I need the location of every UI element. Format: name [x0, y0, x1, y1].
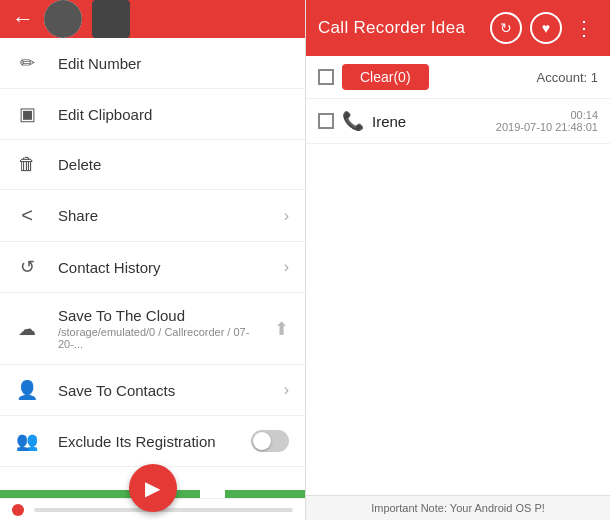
menu-item-edit-number[interactable]: ✏ Edit Number	[0, 38, 305, 89]
exclude-toggle[interactable]	[251, 430, 289, 452]
save-cloud-label-wrap: Save To The Cloud /storage/emulated/0 / …	[58, 307, 254, 350]
history-chevron-icon: ›	[284, 258, 289, 276]
heart-button[interactable]: ♥	[530, 12, 562, 44]
save-cloud-label: Save To The Cloud	[58, 307, 254, 324]
call-date: 2019-07-10 21:48:01	[496, 121, 598, 133]
play-button[interactable]: ▶	[129, 464, 177, 512]
record-indicator	[12, 504, 24, 516]
exclude-icon: 👥	[16, 430, 38, 452]
account-label: Account: 1	[537, 70, 598, 85]
cloud-upload-icon: ⬆	[274, 318, 289, 340]
delete-icon: 🗑	[16, 154, 38, 175]
menu-item-save-cloud[interactable]: ☁ Save To The Cloud /storage/emulated/0 …	[0, 293, 305, 365]
share-chevron-icon: ›	[284, 207, 289, 225]
call-duration: 00:14	[570, 109, 598, 121]
right-title: Call Recorder Idea	[318, 18, 482, 38]
back-button[interactable]: ←	[12, 6, 34, 32]
menu-item-save-contacts[interactable]: 👤 Save To Contacts ›	[0, 365, 305, 416]
phone-icon: 📞	[342, 110, 364, 132]
list-toolbar: Clear(0) Account: 1	[306, 56, 610, 99]
menu-item-delete[interactable]: 🗑 Delete	[0, 140, 305, 190]
share-label: Share	[58, 207, 264, 224]
edit-clipboard-label: Edit Clipboard	[58, 106, 289, 123]
select-all-checkbox[interactable]	[318, 69, 334, 85]
clear-button[interactable]: Clear(0)	[342, 64, 429, 90]
cloud-icon: ☁	[16, 318, 38, 340]
menu-item-contact-history[interactable]: ↺ Contact History ›	[0, 242, 305, 293]
overflow-menu-button[interactable]: ⋮	[570, 12, 598, 44]
right-header: Call Recorder Idea ↻ ♥ ⋮	[306, 0, 610, 56]
save-cloud-sub: /storage/emulated/0 / Callrecorder / 07-…	[58, 326, 254, 350]
exclude-label: Exclude Its Registration	[58, 433, 231, 450]
edit-number-label: Edit Number	[58, 55, 289, 72]
table-row[interactable]: 📞 Irene 00:14 2019-07-10 21:48:01	[306, 99, 610, 144]
contact-name: Irene	[372, 113, 488, 130]
menu-list: ✏ Edit Number ▣ Edit Clipboard 🗑 Delete …	[0, 38, 305, 467]
sync-icon: ↻	[500, 20, 512, 36]
footer-text: Important Note: Your Android OS P!	[371, 502, 545, 514]
contacts-icon: 👤	[16, 379, 38, 401]
playbar: ▶	[0, 498, 305, 520]
call-meta: 00:14 2019-07-10 21:48:01	[496, 109, 598, 133]
left-panel: ← ✏ Edit Number ▣ Edit Clipboard 🗑 Delet…	[0, 0, 305, 520]
toggle-knob	[253, 432, 271, 450]
left-header: ←	[0, 0, 305, 38]
share-icon: <	[16, 204, 38, 227]
heart-icon: ♥	[542, 20, 550, 36]
sync-button[interactable]: ↻	[490, 12, 522, 44]
contacts-list: Clear(0) Account: 1 📞 Irene 00:14 2019-0…	[306, 56, 610, 495]
edit-number-icon: ✏	[16, 52, 38, 74]
menu-item-share[interactable]: < Share ›	[0, 190, 305, 242]
item-checkbox[interactable]	[318, 113, 334, 129]
contacts-chevron-icon: ›	[284, 381, 289, 399]
contact-history-label: Contact History	[58, 259, 264, 276]
green-bar-right	[225, 490, 305, 498]
menu-item-edit-clipboard[interactable]: ▣ Edit Clipboard	[0, 89, 305, 140]
delete-label: Delete	[58, 156, 289, 173]
footer-note: Important Note: Your Android OS P!	[306, 495, 610, 520]
history-icon: ↺	[16, 256, 38, 278]
menu-item-exclude-registration[interactable]: 👥 Exclude Its Registration	[0, 416, 305, 467]
right-panel: Call Recorder Idea ↻ ♥ ⋮ Clear(0) Accoun…	[305, 0, 610, 520]
edit-clipboard-icon: ▣	[16, 103, 38, 125]
profile-thumbnail	[92, 0, 130, 38]
save-contacts-label: Save To Contacts	[58, 382, 264, 399]
avatar	[44, 0, 82, 38]
avatar-image	[44, 0, 82, 38]
